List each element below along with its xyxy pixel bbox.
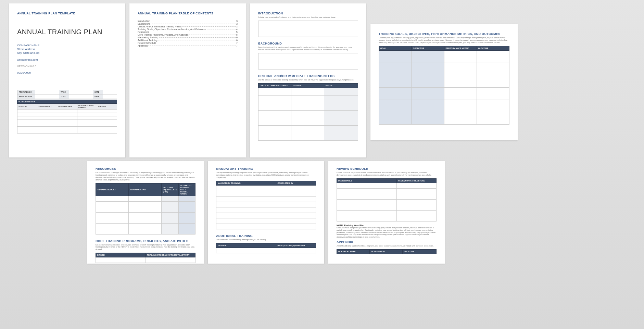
toc-dots [182, 26, 236, 27]
core-training-table[interactable]: DRIVER TRAINING PROGRAM / PROJECT / ACTI… [96, 253, 195, 263]
toc-item-title: Core Training Programs, Projects, And Ac… [138, 34, 189, 36]
toc-item[interactable]: Additional Training6 [138, 39, 238, 41]
goals-table[interactable]: GOAL OBJECTIVE PERFORMANCE METRIC OUTCOM… [379, 46, 509, 125]
toc-item-title: Training Goals, Objectives, Performance … [138, 28, 206, 30]
prepared-by-label: PREPARED BY [17, 90, 35, 94]
city-state-zip: City, State and Zip [17, 51, 117, 55]
toc-header: ANNUAL TRAINING PLAN TABLE OF CONTENTS [138, 12, 238, 15]
page-5[interactable]: RESOURCES List the resources — budget an… [87, 161, 204, 264]
toc-item-page: 3 [236, 23, 238, 25]
appendix-table[interactable]: DOCUMENT NAME DESCRIPTION LOCATION [337, 249, 437, 254]
page-row-1: ANNUAL TRAINING PLAN TEMPLATE ANNUAL TRA… [3, 3, 641, 157]
page-1-cover[interactable]: ANNUAL TRAINING PLAN TEMPLATE ANNUAL TRA… [9, 3, 125, 157]
toc-item-page: 4 [236, 28, 238, 30]
toc-item-title: Introduction [138, 20, 150, 22]
toc-item[interactable]: Critical And/Or Immediate Training Needs… [138, 25, 238, 28]
page-7[interactable]: REVIEW SCHEDULE Draft a schedule for per… [328, 161, 445, 264]
review-schedule-description: Draft a schedule for periodic review and… [337, 172, 437, 176]
document-workspace: ANNUAL TRAINING PLAN TEMPLATE ANNUAL TRA… [3, 3, 641, 264]
additional-training-table[interactable]: TRAINING DATE(S) / TIME(S) OFFERED [216, 243, 316, 253]
toc-item-title: Additional Training [138, 39, 157, 41]
review-schedule-heading: REVIEW SCHEDULE [337, 167, 437, 170]
signature-table[interactable]: PREPARED BY TITLE DATE APPROVED BY TITLE… [17, 90, 117, 99]
version-history-header: VERSION HISTORY [17, 100, 117, 104]
toc-item-page: 3 [236, 25, 238, 28]
toc-dots [151, 24, 236, 24]
toc-dots [158, 40, 236, 40]
toc-dots [207, 29, 236, 29]
resources-heading: RESOURCES [96, 167, 195, 170]
toc-item-title: Critical And/Or Immediate Training Needs [138, 25, 182, 28]
note-description: Once you have completed your basic annua… [337, 227, 437, 238]
toc-item[interactable]: Core Training Programs, Projects, And Ac… [138, 34, 238, 36]
core-training-heading: CORE TRAINING PROGRAMS, PROJECTS, AND AC… [96, 239, 195, 243]
toc-item[interactable]: Background3 [138, 23, 238, 25]
resources-description: List the resources — budget and staff — … [96, 172, 195, 181]
background-description: Describe the type(s) of training needs a… [258, 46, 358, 51]
toc-list: Introduction3Background3Critical And/Or … [138, 20, 238, 47]
introduction-heading: INTRODUCTION [258, 12, 358, 15]
toc-item-page: 7 [236, 45, 238, 47]
toc-dots [159, 37, 236, 38]
toc-item-page: 6 [236, 39, 238, 41]
introduction-description: Include your organization's mission and … [258, 16, 358, 18]
toc-dots [151, 21, 236, 21]
toc-item-page: 3 [236, 20, 238, 22]
page-3[interactable]: INTRODUCTION Include your organization's… [250, 3, 366, 157]
toc-dots [148, 46, 236, 46]
critical-needs-description: List the critical or immediate training … [258, 79, 358, 81]
toc-item-page: 6 [236, 36, 238, 39]
title-label-1: TITLE [59, 90, 69, 94]
page-6[interactable]: MANDATORY TRAINING List any mandatory tr… [208, 161, 324, 264]
toc-item-title: Appendix [138, 45, 148, 47]
toc-item[interactable]: Introduction3 [138, 20, 238, 22]
review-schedule-table[interactable]: DELIVERABLE REVIEW DATE / MILESTONE [337, 178, 437, 222]
note-title: NOTE: Revising Your Plan [337, 224, 437, 227]
page-4-goals[interactable]: TRAINING GOALS, OBJECTIVES, PERFORMANCE … [370, 24, 518, 140]
mandatory-training-heading: MANDATORY TRAINING [216, 167, 316, 170]
resources-table[interactable]: TRAINING BUDGET TRAINING STAFF FULL-TIME… [96, 183, 195, 235]
template-header: ANNUAL TRAINING PLAN TEMPLATE [17, 12, 117, 15]
date-label-2: DATE [93, 94, 103, 99]
appendix-heading: APPENDIX [337, 240, 437, 244]
mandatory-training-description: List any mandatory trainings required wi… [216, 172, 316, 179]
toc-dots [157, 43, 236, 43]
toc-dots [189, 35, 236, 35]
introduction-input[interactable] [258, 21, 358, 37]
toc-item[interactable]: Training Goals, Objectives, Performance … [138, 28, 238, 30]
approved-by-label: APPROVED BY [17, 94, 35, 99]
goals-heading: TRAINING GOALS, OBJECTIVES, PERFORMANCE … [379, 32, 509, 36]
toc-dots [150, 32, 236, 32]
web-address: webaddress.com [17, 58, 117, 62]
additional-training-heading: ADDITIONAL TRAINING [216, 234, 316, 238]
version-number: VERSION 0.0.0 [17, 64, 117, 68]
toc-item-page: 5 [236, 31, 238, 33]
background-heading: BACKGROUND [258, 42, 358, 45]
appendix-description: Attach health and safety checklists, dia… [337, 245, 437, 247]
title-label-2: TITLE [59, 94, 69, 99]
page-2-toc[interactable]: ANNUAL TRAINING PLAN TABLE OF CONTENTS I… [129, 3, 246, 157]
toc-item-title: Mandatory Training [138, 36, 158, 39]
background-input[interactable] [258, 53, 358, 69]
critical-needs-heading: CRITICAL AND/OR IMMEDIATE TRAINING NEEDS [258, 74, 358, 78]
toc-item-title: Background [138, 23, 150, 25]
critical-needs-table[interactable]: CRITICAL / IMMEDIATE NEED TRAINING NOTES [258, 83, 358, 141]
toc-item-page: 7 [236, 42, 238, 44]
toc-item[interactable]: Mandatory Training6 [138, 36, 238, 39]
toc-item[interactable]: Review Schedule7 [138, 42, 238, 44]
goals-description: Describe your organization's training go… [379, 37, 509, 44]
additional-training-description: List additional, non-mandatory trainings… [216, 239, 316, 241]
document-date: 00/00/0000 [17, 71, 117, 75]
toc-item-title: Review Schedule [138, 42, 156, 44]
core-training-description: List the core training activities and se… [96, 244, 195, 251]
document-title: ANNUAL TRAINING PLAN [17, 28, 117, 36]
toc-item-title: Resources [138, 31, 149, 33]
toc-item[interactable]: Resources5 [138, 31, 238, 33]
toc-item[interactable]: Appendix7 [138, 45, 238, 47]
page-row-2: RESOURCES List the resources — budget an… [3, 161, 641, 264]
mandatory-training-table[interactable]: MANDATORY TRAINING COMPLETED BY [216, 181, 316, 229]
date-label-1: DATE [93, 90, 103, 94]
company-name: COMPANY NAME [17, 43, 117, 47]
version-history-table[interactable]: VERSION HISTORY VERSION APPROVED BY REVI… [17, 100, 117, 134]
toc-item-page: 5 [236, 34, 238, 36]
